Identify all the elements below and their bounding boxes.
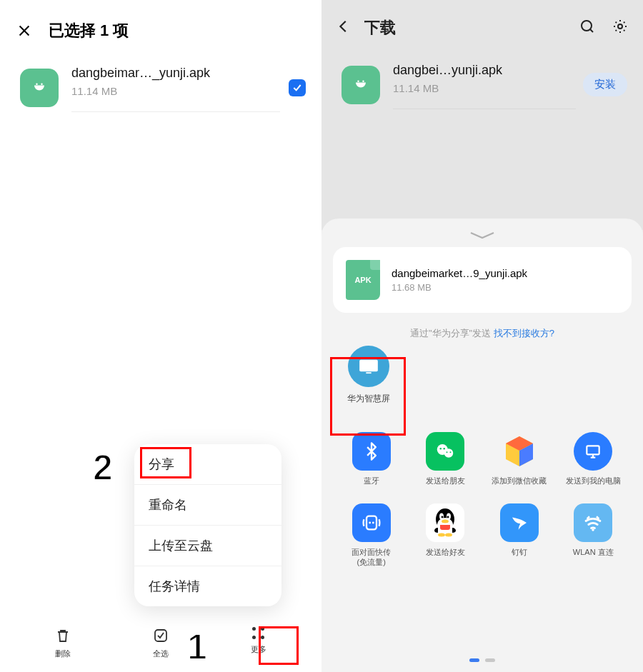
share-wechat-fav[interactable]: 添加到微信收藏: [484, 432, 555, 486]
selection-count-title: 已选择 1 项: [49, 20, 129, 41]
dingding-icon: [500, 503, 539, 542]
install-button[interactable]: 安装: [583, 73, 627, 96]
wlan-icon: [574, 503, 612, 542]
svg-point-25: [442, 519, 449, 523]
svg-rect-2: [155, 630, 166, 641]
svg-point-27: [445, 533, 452, 536]
share-my-pc[interactable]: 发送到我的电脑: [558, 432, 629, 486]
svg-point-1: [41, 83, 42, 84]
face2face-icon: [352, 503, 391, 542]
svg-point-13: [447, 451, 448, 453]
svg-point-24: [447, 516, 449, 518]
action-delete[interactable]: 删除: [41, 627, 84, 659]
download-file-meta: dangbei…yunji.apk 11.14 MB: [393, 60, 576, 109]
file-name: dangbeimar…_yunji.apk: [71, 66, 280, 81]
file-size: 11.14 MB: [71, 85, 280, 97]
wechat-icon: [426, 432, 464, 471]
downloads-screen-dimmed: 下载 dangbei…yunji.apk 11.14 MB 安装: [322, 0, 643, 230]
svg-point-14: [450, 451, 452, 453]
page-dot-active: [469, 658, 479, 662]
bluetooth-icon: [352, 432, 391, 471]
download-file-size: 11.14 MB: [393, 82, 576, 94]
share-qq[interactable]: 发送给好友: [410, 503, 482, 568]
page-indicator: [322, 658, 643, 662]
apk-app-icon: [20, 69, 59, 107]
svg-point-28: [592, 528, 595, 531]
apk-file-icon: APK: [346, 260, 380, 300]
svg-point-23: [442, 516, 444, 518]
share-sheet: APK dangbeimarket…9_yunji.apk 11.68 MB 通…: [322, 219, 643, 672]
downloads-share-screen: 下载 dangbei…yunji.apk 11.14 MB 安装 APK dan…: [322, 0, 643, 672]
page-dot[interactable]: [485, 658, 495, 662]
svg-point-18: [372, 521, 374, 523]
svg-point-6: [362, 80, 364, 81]
svg-point-21: [439, 513, 444, 519]
file-meta: dangbeimar…_yunji.apk 11.14 MB: [71, 63, 280, 112]
svg-point-26: [438, 533, 445, 536]
svg-point-0: [36, 83, 37, 84]
share-file-name: dangbeimarket…9_yunji.apk: [392, 267, 527, 279]
share-file-card: APK dangbeimarket…9_yunji.apk 11.68 MB: [333, 247, 632, 313]
annotation-box-share: [140, 447, 191, 478]
share-dingding[interactable]: 钉钉: [484, 503, 555, 568]
svg-point-17: [369, 521, 371, 523]
share-wlan-direct[interactable]: WLAN 直连: [558, 503, 629, 568]
left-header: 已选择 1 项: [0, 0, 322, 50]
sheet-handle-icon[interactable]: [322, 230, 643, 240]
back-icon[interactable]: [336, 19, 352, 37]
action-select-all[interactable]: 全选: [139, 627, 182, 659]
menu-task-detail[interactable]: 任务详情: [134, 566, 281, 606]
qq-icon: [426, 503, 464, 542]
svg-rect-15: [587, 446, 599, 454]
selection-checkbox[interactable]: [289, 79, 306, 96]
huawei-share-hint: 通过"华为分享"发送 找不到接收方?: [322, 327, 643, 340]
download-file-name: dangbei…yunji.apk: [393, 63, 576, 78]
svg-point-10: [444, 448, 454, 458]
annotation-2: 2: [93, 447, 113, 488]
cant-find-link[interactable]: 找不到接收方?: [494, 328, 554, 338]
svg-point-12: [444, 448, 446, 450]
action-select-all-label: 全选: [153, 648, 169, 659]
svg-point-11: [440, 448, 442, 450]
apk-app-icon: [342, 66, 380, 104]
action-delete-label: 删除: [55, 648, 71, 659]
selection-mode-screen: 已选择 1 项 dangbeimar…_yunji.apk 11.14 MB 分…: [0, 0, 322, 672]
annotation-box-device: [330, 357, 406, 436]
svg-point-3: [582, 21, 592, 31]
pc-icon: [574, 432, 612, 471]
svg-point-5: [357, 80, 359, 81]
annotation-box-more: [259, 626, 299, 665]
close-icon[interactable]: [14, 21, 34, 41]
annotation-1: 1: [187, 626, 207, 668]
menu-upload-cloud[interactable]: 上传至云盘: [134, 526, 281, 566]
share-wechat-friend[interactable]: 发送给朋友: [410, 432, 482, 486]
search-icon[interactable]: [579, 18, 596, 38]
right-header: 下载: [322, 0, 643, 47]
downloads-title: 下载: [364, 17, 579, 39]
settings-icon[interactable]: [612, 18, 629, 38]
file-row[interactable]: dangbeimar…_yunji.apk 11.14 MB: [0, 50, 322, 121]
menu-rename[interactable]: 重命名: [134, 485, 281, 526]
collect-cube-icon: [500, 432, 539, 471]
share-bluetooth[interactable]: 蓝牙: [336, 432, 407, 486]
download-file-row[interactable]: dangbei…yunji.apk 11.14 MB 安装: [322, 47, 643, 118]
svg-rect-16: [367, 516, 377, 529]
svg-point-4: [618, 24, 622, 29]
svg-point-22: [447, 513, 451, 519]
share-file-size: 11.68 MB: [392, 282, 527, 293]
share-face2face[interactable]: 面对面快传(免流量): [336, 503, 407, 568]
